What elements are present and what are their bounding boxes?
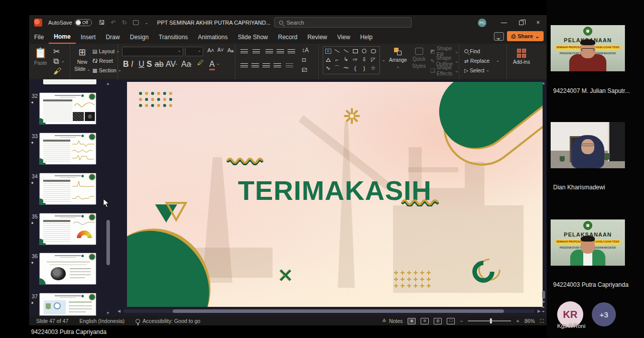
slide-counter[interactable]: Slide 47 of 47	[36, 318, 68, 324]
smartart-icon[interactable]: 🗠	[302, 67, 307, 73]
tab-draw[interactable]: Draw	[101, 30, 125, 44]
decrease-indent-icon[interactable]	[266, 49, 273, 55]
shapes-more-chevron-icon[interactable]: ⌄	[382, 58, 385, 62]
change-case-chevron-icon[interactable]: ⌄	[189, 61, 193, 66]
quick-styles-button[interactable]: Quick Styles	[412, 48, 426, 69]
tab-file[interactable]: File	[29, 30, 49, 44]
font-name-select[interactable]	[122, 47, 183, 56]
increase-indent-icon[interactable]	[277, 49, 284, 55]
layout-button[interactable]: ▤Layout ⌄	[92, 47, 119, 55]
tab-transitions[interactable]: Transitions	[154, 30, 193, 44]
align-center-icon[interactable]	[251, 63, 259, 69]
thumbnail-slide-36[interactable]: 36 ✦	[39, 253, 96, 285]
thumbnail-slide-31-partial[interactable]	[43, 79, 96, 84]
find-button[interactable]: Find	[464, 47, 480, 55]
reset-button[interactable]: 🗘Reset	[92, 57, 113, 64]
addins-button[interactable]: Add-ins	[513, 49, 530, 65]
tab-insert[interactable]: Insert	[76, 30, 101, 44]
notes-button[interactable]: ≙Notes	[382, 318, 403, 324]
highlight-color-icon[interactable]: 🖊	[197, 59, 204, 66]
slide-47[interactable]: TERIMAKASIH	[127, 82, 543, 307]
tab-slideshow[interactable]: Slide Show	[233, 30, 273, 44]
shapes-gallery[interactable]: A ⌐ ↳ ⇨ ⇩ ◸ ∿ ⌒ 〜 { } ☆	[323, 46, 380, 74]
reading-view-icon[interactable]: ▥	[434, 318, 442, 324]
shape-fill-button[interactable]: ◩Shape Fill ⌄	[430, 47, 459, 55]
select-button[interactable]: ▷Select ⌄	[464, 66, 489, 74]
format-painter-icon[interactable]: 🖌	[53, 67, 61, 76]
font-color-icon[interactable]: A	[209, 60, 215, 70]
section-button[interactable]: ▦Section ⌄	[92, 66, 121, 74]
scroll-up-icon[interactable]: ▲	[542, 81, 546, 85]
horizontal-scrollbar[interactable]: ◀ ▶	[117, 309, 541, 313]
slideshow-view-icon[interactable]: 🖵	[447, 318, 455, 324]
thumbnail-scrollbar[interactable]	[106, 220, 110, 265]
tab-review[interactable]: Review	[302, 30, 332, 44]
scroll-down-icon[interactable]: ▼	[542, 300, 546, 304]
strikethrough-button[interactable]: ab	[155, 60, 164, 69]
tab-help[interactable]: Help	[355, 30, 378, 44]
thumbnail-scroll-up-icon[interactable]: ▲	[106, 81, 110, 86]
copy-chevron-icon[interactable]: ⌄	[61, 59, 65, 63]
next-slide-icon[interactable]: ⏷	[542, 309, 545, 314]
overflow-participants-badge[interactable]: +3	[592, 302, 616, 326]
participant-video-2[interactable]	[551, 122, 625, 168]
zoom-level[interactable]: 86%	[525, 318, 535, 324]
arrange-button[interactable]: Arrange⌄	[389, 48, 407, 69]
thumbnail-slide-35[interactable]: 35 ✦	[39, 213, 96, 245]
vertical-scrollbar[interactable]: ▲ ▼ ⏶ ⏷	[541, 81, 546, 313]
fit-slide-icon[interactable]: ⛶	[540, 318, 544, 324]
character-spacing-chevron-icon[interactable]: ⌄	[175, 61, 178, 66]
close-button[interactable]: ×	[530, 15, 547, 30]
restore-button[interactable]	[512, 15, 530, 30]
justify-icon[interactable]	[274, 63, 281, 69]
tab-record[interactable]: Record	[273, 30, 303, 44]
search-input[interactable]: Search	[274, 17, 412, 28]
align-right-icon[interactable]	[263, 63, 270, 69]
tab-home[interactable]: Home	[49, 30, 75, 44]
account-avatar[interactable]: PC	[478, 19, 486, 27]
clear-formatting-icon[interactable]: A𝄪	[227, 47, 233, 54]
paste-button[interactable]: 📋 Paste	[34, 47, 47, 66]
scroll-left-icon[interactable]: ◀	[117, 309, 120, 313]
font-color-chevron-icon[interactable]: ⌄	[216, 61, 220, 66]
replace-button[interactable]: ⇄Replace ⌄	[464, 57, 499, 64]
shape-effects-button[interactable]: ❏Shape Effects ⌄	[430, 66, 459, 74]
tab-design[interactable]: Design	[125, 30, 154, 44]
tab-animations[interactable]: Animations	[193, 30, 232, 44]
tab-view[interactable]: View	[332, 30, 355, 44]
quick-access-chevron-icon[interactable]: ⌄	[145, 21, 148, 25]
italic-button[interactable]: I	[131, 60, 133, 69]
language-status[interactable]: English (Indonesia)	[79, 318, 124, 324]
redo-icon[interactable]: ↻	[122, 19, 127, 26]
underline-button[interactable]: U	[139, 60, 145, 69]
slide-sorter-view-icon[interactable]: ⊞	[421, 318, 429, 324]
powerpoint-icon[interactable]	[34, 19, 42, 27]
font-size-select[interactable]	[185, 47, 203, 56]
zoom-slider[interactable]	[468, 320, 511, 321]
minimize-button[interactable]: —	[495, 15, 512, 30]
numbering-icon[interactable]	[252, 49, 260, 55]
columns-icon[interactable]	[286, 63, 293, 69]
comments-icon[interactable]	[494, 32, 504, 41]
scroll-right-icon[interactable]: ▶	[538, 309, 541, 313]
document-title[interactable]: PPT SEMINAR AKHIR PUTRA CAPRIYAND...	[157, 20, 271, 26]
align-text-icon[interactable]: ⊡	[302, 57, 306, 63]
cut-icon[interactable]: ✂	[53, 47, 60, 56]
copy-icon[interactable]: ⧉	[53, 57, 59, 66]
thumbnail-slide-32[interactable]: 32 ✦	[39, 92, 96, 125]
thumbnail-scroll-down-icon[interactable]: ▼	[106, 311, 110, 315]
zoom-in-icon[interactable]: +	[516, 318, 519, 324]
bullets-icon[interactable]	[240, 49, 248, 55]
grow-font-icon[interactable]: A˄	[207, 47, 214, 53]
share-button[interactable]: ⎙ Share ⌄	[507, 31, 544, 41]
shrink-font-icon[interactable]: A˅	[217, 47, 224, 53]
participant-video-3[interactable]: PELAKSANAAN SEMINAR PROPOSAL/SEMINAR HAS…	[551, 219, 625, 266]
thumbnail-slide-37[interactable]: 37 ✦	[39, 293, 96, 316]
normal-view-icon[interactable]: ▣	[408, 318, 416, 324]
slide-title-text[interactable]: TERIMAKASIH	[127, 175, 543, 206]
participant-video-1[interactable]: PELAKSANAAN SEMINAR PROPOSAL/SEMINAR HAS…	[551, 25, 625, 71]
shape-outline-button[interactable]: ✎Shape Outline ⌄	[430, 57, 459, 64]
align-left-icon[interactable]	[240, 63, 248, 69]
autosave-toggle[interactable]: AutoSave Off	[48, 19, 92, 26]
accessibility-status[interactable]: Accessibility: Good to go	[136, 318, 200, 324]
